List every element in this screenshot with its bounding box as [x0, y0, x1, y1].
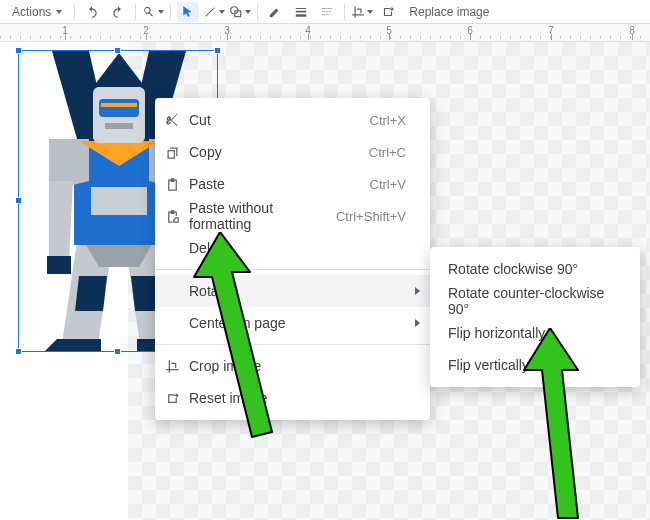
- submenu-label: Flip horizontally: [448, 325, 545, 341]
- submenu-flip-v[interactable]: Flip vertically: [430, 349, 640, 381]
- menu-label: Paste without formatting: [189, 200, 336, 232]
- reset-image-button[interactable]: [377, 2, 399, 22]
- cursor-icon: [181, 5, 195, 19]
- reset-icon: [155, 391, 189, 406]
- line-icon: [203, 5, 217, 19]
- menu-label: Cut: [189, 112, 370, 128]
- separator: [257, 4, 258, 20]
- resize-handle-bl[interactable]: [15, 348, 22, 355]
- menu-item-copy[interactable]: Copy Ctrl+C: [155, 136, 430, 168]
- resize-handle-bm[interactable]: [114, 348, 121, 355]
- caret-down-icon: [56, 10, 62, 14]
- crop-icon: [351, 5, 365, 19]
- submenu-label: Flip vertically: [448, 357, 529, 373]
- resize-handle-tl[interactable]: [15, 47, 22, 54]
- menu-item-center[interactable]: Center on page: [155, 307, 430, 339]
- zoom-icon: [142, 5, 156, 19]
- redo-icon: [111, 5, 125, 19]
- menu-item-delete[interactable]: Delete: [155, 232, 430, 264]
- cut-icon: [155, 113, 189, 128]
- menu-separator: [155, 344, 430, 345]
- undo-button[interactable]: [81, 2, 103, 22]
- actions-menu[interactable]: Actions: [6, 2, 68, 22]
- horizontal-ruler: 1 2 3 4 5 6 7 8: [0, 24, 650, 42]
- svg-marker-22: [93, 53, 145, 87]
- menu-shortcut: Ctrl+V: [370, 177, 410, 192]
- svg-rect-25: [105, 123, 133, 129]
- shape-tool[interactable]: [229, 2, 251, 22]
- redo-button[interactable]: [107, 2, 129, 22]
- menu-item-reset[interactable]: Reset image: [155, 382, 430, 414]
- svg-marker-6: [43, 339, 101, 351]
- caret-down-icon: [219, 10, 225, 14]
- menu-item-paste-no-format[interactable]: Paste without formatting Ctrl+Shift+V: [155, 200, 430, 232]
- replace-image-label: Replace image: [409, 5, 489, 19]
- menu-item-paste[interactable]: Paste Ctrl+V: [155, 168, 430, 200]
- svg-rect-13: [91, 187, 147, 215]
- border-color-button[interactable]: [264, 2, 286, 22]
- submenu-flip-h[interactable]: Flip horizontally: [430, 317, 640, 349]
- menu-label: Reset image: [189, 390, 406, 406]
- paste-plain-icon: [155, 209, 189, 224]
- menu-shortcut: Ctrl+C: [369, 145, 410, 160]
- menu-label: Paste: [189, 176, 370, 192]
- separator: [344, 4, 345, 20]
- svg-marker-8: [75, 276, 107, 311]
- undo-icon: [85, 5, 99, 19]
- dash-icon: [320, 5, 334, 19]
- menu-label: Copy: [189, 144, 369, 160]
- svg-rect-24: [101, 103, 137, 107]
- replace-image-button[interactable]: Replace image: [403, 2, 495, 22]
- submenu-label: Rotate counter-clockwise 90°: [448, 285, 622, 317]
- menu-label: Delete: [189, 240, 406, 256]
- svg-marker-16: [49, 181, 73, 261]
- pencil-icon: [268, 5, 282, 19]
- toolbar: Actions Replace image: [0, 0, 650, 24]
- paste-icon: [155, 177, 189, 192]
- menu-separator: [155, 269, 430, 270]
- reset-image-icon: [381, 5, 395, 19]
- rotate-submenu: Rotate clockwise 90° Rotate counter-cloc…: [430, 247, 640, 387]
- border-dash-button[interactable]: [316, 2, 338, 22]
- weight-icon: [294, 5, 308, 19]
- crop-icon: [155, 359, 189, 374]
- actions-label: Actions: [12, 5, 51, 19]
- copy-icon: [155, 145, 189, 160]
- menu-label: Rotate: [189, 283, 406, 299]
- caret-down-icon: [158, 10, 164, 14]
- caret-down-icon: [245, 10, 251, 14]
- resize-handle-ml[interactable]: [15, 197, 22, 204]
- submenu-arrow-icon: [410, 287, 424, 295]
- separator: [135, 4, 136, 20]
- context-menu: Cut Ctrl+X Copy Ctrl+C Paste Ctrl+V Past…: [155, 98, 430, 420]
- menu-item-crop[interactable]: Crop image: [155, 350, 430, 382]
- shape-icon: [229, 5, 243, 19]
- menu-shortcut: Ctrl+X: [370, 113, 410, 128]
- menu-shortcut: Ctrl+Shift+V: [336, 209, 410, 224]
- menu-label: Crop image: [189, 358, 406, 374]
- submenu-arrow-icon: [410, 319, 424, 327]
- select-tool[interactable]: [177, 2, 199, 22]
- submenu-rotate-ccw[interactable]: Rotate counter-clockwise 90°: [430, 285, 640, 317]
- menu-item-rotate[interactable]: Rotate: [155, 275, 430, 307]
- zoom-button[interactable]: [142, 2, 164, 22]
- caret-down-icon: [367, 10, 373, 14]
- menu-label: Center on page: [189, 315, 406, 331]
- svg-rect-18: [47, 256, 71, 274]
- separator: [74, 4, 75, 20]
- crop-button[interactable]: [351, 2, 373, 22]
- canvas-area[interactable]: Cut Ctrl+X Copy Ctrl+C Paste Ctrl+V Past…: [0, 42, 650, 520]
- line-tool[interactable]: [203, 2, 225, 22]
- svg-rect-23: [99, 99, 139, 117]
- resize-handle-tm[interactable]: [114, 47, 121, 54]
- submenu-label: Rotate clockwise 90°: [448, 261, 578, 277]
- resize-handle-tr[interactable]: [214, 47, 221, 54]
- separator: [170, 4, 171, 20]
- menu-item-cut[interactable]: Cut Ctrl+X: [155, 104, 430, 136]
- border-weight-button[interactable]: [290, 2, 312, 22]
- submenu-rotate-cw[interactable]: Rotate clockwise 90°: [430, 253, 640, 285]
